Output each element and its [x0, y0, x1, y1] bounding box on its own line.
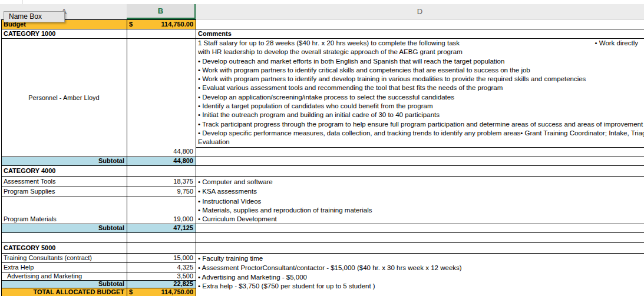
gridline-b-d	[196, 19, 196, 296]
comment-line: • Evaluat various assessment tools and r…	[198, 84, 642, 92]
comment-line: 1 Staff salary for up to 28 weeks ($40 h…	[198, 39, 642, 48]
cell-training-consultants-label[interactable]: Training Consultants (contract)	[1, 253, 127, 262]
gridline-row-d	[196, 232, 644, 233]
cell-budget-amount[interactable]: $ 114,750.00	[127, 19, 196, 29]
gridline-row-d	[196, 242, 644, 243]
comment-line-left: 1 Staff salary for up to 28 weeks ($40 h…	[198, 39, 460, 48]
cell-personnel-label[interactable]: Personnel - Amber Lloyd	[1, 38, 127, 157]
cell-advertising-label[interactable]: Advertising and Marketing	[1, 272, 127, 280]
cell-category-5000[interactable]: CATEGORY 5000	[1, 242, 127, 253]
gridline-row-d	[196, 147, 644, 148]
comment-line: • Initiat the outreach program and build…	[198, 111, 642, 119]
comment-line: Evaluation	[198, 138, 642, 147]
column-header-b[interactable]: B	[127, 4, 196, 19]
gridline-row	[1, 232, 196, 233]
gridline-row-d	[196, 176, 644, 177]
gridline-row-d	[196, 224, 644, 224]
cell-subtotal1-amount[interactable]: 44,800	[127, 157, 196, 165]
budget-amount-value: 114,750.00	[161, 21, 193, 28]
comment-materials-supplies[interactable]: • Materials, supplies and reproduction o…	[198, 206, 634, 215]
cell-subtotal1-label[interactable]: Subtotal	[1, 157, 127, 165]
currency-symbol: $	[129, 288, 133, 295]
comment-line-right: • Work directly	[595, 39, 638, 48]
cell-program-supplies-amount[interactable]: 9,750	[127, 187, 196, 197]
comment-line: with HR leadership to develop the overal…	[198, 48, 642, 56]
comment-line: • Track participant progress through the…	[198, 120, 642, 129]
comment-curriculum-development[interactable]: • Curriculum Development	[198, 215, 634, 224]
cell-total-label[interactable]: TOTAL ALLOCATED BUDGET	[1, 288, 127, 296]
cell-program-supplies-label[interactable]: Program Supplies	[1, 187, 127, 197]
comment-computer-software[interactable]: • Computer and software	[198, 178, 634, 187]
cell-category-4000[interactable]: CATEGORY 4000	[1, 165, 127, 176]
cell-subtotal2-label[interactable]: Subtotal	[1, 224, 127, 232]
comment-line: • Develop specific performance measures,…	[198, 129, 642, 138]
cell-category-1000[interactable]: CATEGORY 1000	[1, 29, 127, 38]
comments-block[interactable]: 1 Staff salary for up to 28 weeks ($40 h…	[198, 39, 642, 147]
comment-line: • Work with program partners to identify…	[198, 66, 642, 75]
comment-advertising-marketing[interactable]: • Advertising and Marketing - $5,000	[198, 273, 640, 282]
top-strip	[0, 0, 644, 4]
total-amount-value: 114,750.00	[161, 288, 193, 295]
cell-total-amount[interactable]: $ 114,750.00	[127, 288, 196, 296]
cell-training-consultants-amount[interactable]: 15,000	[127, 253, 196, 262]
cell-comments-header[interactable]: Comments	[198, 29, 375, 38]
cell-program-materials-amount[interactable]: 19,000	[127, 197, 196, 224]
gridline-row-d	[196, 165, 644, 166]
comment-instructional-videos[interactable]: • Instructional Videos	[198, 197, 634, 206]
currency-symbol: $	[129, 21, 133, 28]
cell-assessment-tools-label[interactable]: Assessment Tools	[1, 176, 127, 187]
cell-extra-help-amount[interactable]: 4,325	[127, 262, 196, 272]
comment-ksa-assessments[interactable]: • KSA assessments	[198, 187, 634, 196]
comment-line: • Work with program partners to identify…	[198, 75, 642, 84]
comment-line: • Identify a target population of candid…	[198, 102, 642, 111]
comment-extra-help-detail[interactable]: • Extra help - $3,750 ($750 per student …	[198, 282, 640, 291]
comment-line: • Develop outreach and market efforts in…	[198, 57, 642, 66]
cell-advertising-amount[interactable]: 3,500	[127, 272, 196, 280]
column-header-d[interactable]: D	[196, 4, 644, 19]
cell-subtotal2-amount[interactable]: 47,125	[127, 224, 196, 232]
name-box-tooltip: Name Box	[4, 11, 65, 22]
cell-program-materials-label[interactable]: Program Materials	[1, 197, 127, 224]
comment-assessment-proctor[interactable]: • Assessment ProctorConsultant/contactor…	[198, 264, 640, 272]
cell-extra-help-label[interactable]: Extra Help	[1, 262, 127, 272]
cell-personnel-amount[interactable]: 44,800	[127, 147, 196, 156]
gridline-row-d	[196, 253, 644, 254]
cell-subtotal3-amount[interactable]: 22,825	[127, 280, 196, 288]
spreadsheet: A B D Name Box Budget $ 114,750.00 CATEG…	[0, 0, 644, 296]
cell-subtotal3-label[interactable]: Subtotal	[1, 280, 127, 288]
gridline-row-d	[196, 157, 644, 157]
comment-faculty-training[interactable]: • Faculty training time	[198, 254, 640, 263]
comment-line: • Develop an application/screening/intak…	[198, 93, 642, 102]
name-box-divider	[22, 0, 22, 4]
cell-assessment-tools-amount[interactable]: 18,375	[127, 176, 196, 187]
